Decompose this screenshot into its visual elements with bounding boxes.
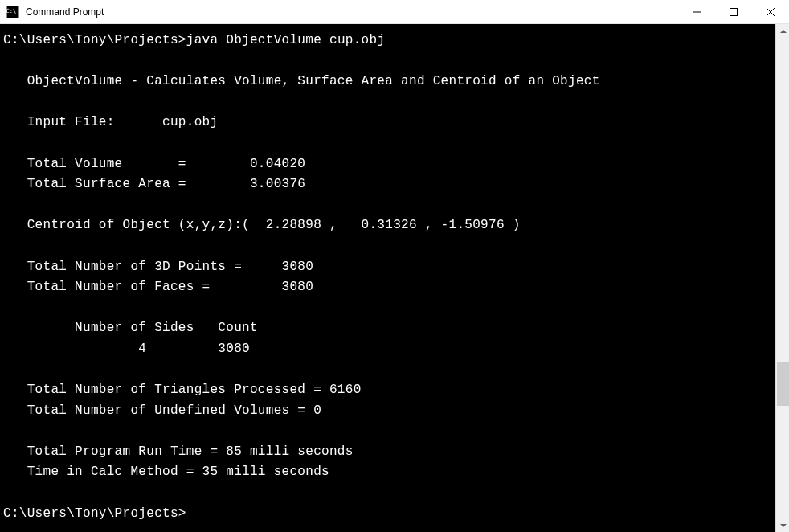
scroll-thumb[interactable] xyxy=(777,362,789,406)
chevron-up-icon xyxy=(780,30,787,33)
scroll-down-arrow[interactable] xyxy=(776,518,789,532)
window-title: Command Prompt xyxy=(26,6,678,18)
output-line: Input File: cup.obj xyxy=(3,115,218,129)
app-icon: C:\. xyxy=(6,6,19,18)
output-line: Total Number of Triangles Processed = 61… xyxy=(3,383,362,397)
prompt-path: C:\Users\Tony\Projects> xyxy=(3,506,186,521)
output-line: Centroid of Object (x,y,z):( 2.28898 , 0… xyxy=(3,218,521,232)
chevron-down-icon xyxy=(780,524,787,527)
prompt-line: C:\Users\Tony\Projects>java ObjectVolume… xyxy=(3,33,385,47)
app-icon-text: C:\. xyxy=(6,9,20,14)
minimize-button[interactable] xyxy=(678,0,715,23)
maximize-icon xyxy=(730,8,738,16)
output-line: Total Surface Area = 3.00376 xyxy=(3,177,305,191)
command-text: java ObjectVolume cup.obj xyxy=(186,33,386,47)
output-line: ObjectVolume - Calculates Volume, Surfac… xyxy=(3,74,600,88)
prompt-path: C:\Users\Tony\Projects> xyxy=(3,33,186,47)
window-controls xyxy=(678,0,789,23)
minimize-icon xyxy=(693,8,701,16)
close-icon xyxy=(767,8,775,16)
output-line: Total Volume = 0.04020 xyxy=(3,157,305,171)
output-line: Number of Sides Count xyxy=(3,321,258,335)
close-button[interactable] xyxy=(752,0,789,23)
scroll-up-arrow[interactable] xyxy=(776,24,789,38)
output-line: Total Program Run Time = 85 milli second… xyxy=(3,444,354,459)
window-frame: C:\. Command Prompt C:\Users\Tony\Projec… xyxy=(0,0,789,532)
output-line: Total Number of Undefined Volumes = 0 xyxy=(3,403,321,418)
output-line: Total Number of Faces = 3080 xyxy=(3,280,313,294)
maximize-button[interactable] xyxy=(715,0,752,23)
vertical-scrollbar[interactable] xyxy=(775,24,789,532)
titlebar[interactable]: C:\. Command Prompt xyxy=(0,0,789,24)
output-line: 4 3080 xyxy=(3,342,250,356)
console-area: C:\Users\Tony\Projects>java ObjectVolume… xyxy=(0,24,789,532)
svg-marker-5 xyxy=(780,524,787,527)
svg-marker-4 xyxy=(780,30,787,33)
svg-rect-1 xyxy=(730,8,738,15)
console-output[interactable]: C:\Users\Tony\Projects>java ObjectVolume… xyxy=(0,24,775,532)
output-line: Total Number of 3D Points = 3080 xyxy=(3,260,313,274)
output-line: Time in Calc Method = 35 milli seconds xyxy=(3,464,329,479)
